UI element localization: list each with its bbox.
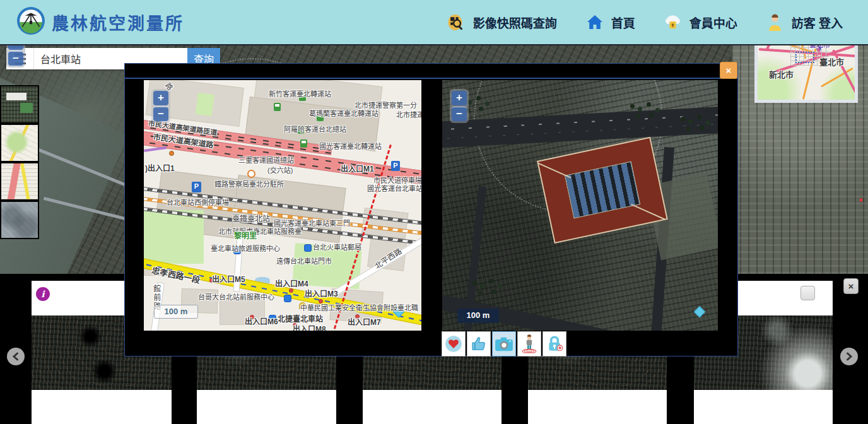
map-poi-label: 台北車站西側停車場 <box>167 199 229 207</box>
user-icon <box>766 13 784 31</box>
basemap-thumb-street-light[interactable] <box>0 124 39 162</box>
nav-label: 首頁 <box>611 14 635 31</box>
zoom-in-button[interactable]: + <box>153 91 168 105</box>
lock-add-button[interactable] <box>542 331 566 356</box>
map-poi-label: 台哥大台北站前服務中心 <box>198 293 274 302</box>
nav-guest-login[interactable]: 訪客 登入 <box>766 13 843 31</box>
map-poi-label: 出入口M7 <box>348 319 381 327</box>
qr-search-icon <box>448 13 466 31</box>
zoom-out-button[interactable]: − <box>8 51 23 66</box>
map-poi-label: 中華民國工業安全衛生協會附設臺北職 <box>300 304 418 312</box>
map-poi-label: 三重客運國道總站 <box>238 156 294 165</box>
carousel-prev-button[interactable] <box>7 348 25 365</box>
cloud-lock-icon <box>664 13 682 31</box>
map-poi-label: 遠傳台北車站門市 <box>276 257 332 266</box>
map-poi-label: 出入口M4 <box>275 280 308 289</box>
basemap-thumb-satellite[interactable] <box>0 85 39 124</box>
nav-member-center[interactable]: 會員中心 <box>664 13 737 31</box>
map-poi-label: 北市捷運 <box>396 111 421 119</box>
nav-label: 會員中心 <box>689 14 737 31</box>
map-shape <box>319 299 323 303</box>
map-poi-label: 出入口M8 <box>293 326 326 331</box>
minimap-label: 臺北市 <box>819 56 844 68</box>
zoom-out-button[interactable]: − <box>452 107 467 121</box>
map-shape <box>681 117 685 121</box>
map-poi-label: 新竹客運臺北轉運站 <box>269 90 331 98</box>
map-shape <box>284 295 291 302</box>
map-poi-label: 國光客運臺北車站東三門 <box>274 220 350 228</box>
map-poi-label: 臺鐵臺北站 <box>232 215 270 224</box>
map-poi-label: 北市捷運警察第一分 <box>355 102 417 110</box>
map-shape <box>144 146 167 152</box>
map-poi-label: 北捷臺北車站 <box>278 315 323 324</box>
brand-logo-icon <box>16 6 45 38</box>
aerial-map-scale: 100 m <box>457 309 499 323</box>
street-map-zoom-control: +− <box>151 89 170 123</box>
carousel-close-button[interactable]: × <box>843 278 859 294</box>
map-shape <box>472 281 477 285</box>
map-shape <box>144 210 204 264</box>
map-shape: P <box>391 161 400 171</box>
map-shape <box>304 244 312 252</box>
map-poi-label: 出入口M3 <box>305 290 338 299</box>
basemap-selector <box>0 85 40 239</box>
brand[interactable]: 農林航空測量所 <box>16 6 184 38</box>
map-shape <box>247 170 255 178</box>
map-poi-label: 臺北車站旅遊服務中心 <box>211 245 280 253</box>
map-shape <box>169 151 174 156</box>
dialog-close-button[interactable]: × <box>720 62 737 79</box>
map-poi-label: 北市就服處臺北車站服務臺 <box>218 228 302 236</box>
map-shape <box>300 139 307 148</box>
basemap-thumb-street-red-road[interactable] <box>0 162 39 201</box>
header: 農林航空測量所 影像快照碼查詢首頁會員中心訪客 登入 <box>0 0 868 45</box>
map-shape <box>694 306 705 317</box>
like-button[interactable] <box>467 331 491 356</box>
map-poi-label: 國光客運臺北轉運站 <box>319 143 382 151</box>
aerial-map-panel[interactable]: +− 100 m <box>442 80 718 331</box>
nav-label: 影像快照碼查詢 <box>473 14 557 31</box>
basemap-thumb-terrain-gray[interactable] <box>0 201 39 239</box>
dialog-action-bar <box>442 331 568 356</box>
map-poi-label: 出入口M6 <box>245 318 278 327</box>
map-poi-label: 出入口M1 <box>341 165 374 174</box>
map-poi-label: (交六站) <box>267 167 293 175</box>
snapshot-dialog: × +− 100 m PP路新竹客運臺北轉運站北市捷運警察第一分葛瑪蘭客運臺北轉… <box>124 63 738 356</box>
map-poi-label: 台北火車站郵局 <box>313 244 361 252</box>
nav-snapshot-query[interactable]: 影像快照碼查詢 <box>448 13 557 31</box>
nav-label: 訪客 登入 <box>792 14 843 31</box>
street-map-scale: 100 m <box>154 305 198 319</box>
map-shape <box>289 288 293 293</box>
person-locator-button[interactable] <box>517 331 541 356</box>
zoom-out-button[interactable]: − <box>153 107 168 121</box>
main-nav: 影像快照碼查詢首頁會員中心訪客 登入 <box>419 13 843 31</box>
nav-home[interactable]: 首頁 <box>586 13 635 31</box>
map-shape <box>859 198 863 202</box>
map-poi-label: 國光客運台北車站 <box>367 185 421 193</box>
map-poi-label: 市民大道停車場 <box>373 177 421 185</box>
carousel-next-button[interactable] <box>840 348 858 365</box>
brand-title: 農林航空測量所 <box>52 10 184 35</box>
favorite-button[interactable] <box>442 331 466 356</box>
info-icon[interactable]: i <box>36 287 50 301</box>
map-poi-label: )出入口1 <box>145 165 175 174</box>
zoom-in-button[interactable]: + <box>452 91 467 105</box>
map-shape <box>274 103 281 111</box>
map-shape <box>630 104 635 109</box>
map-poi-label: 阿羅哈客運台北總站 <box>284 126 346 134</box>
minimap-label: 新北市 <box>769 68 794 80</box>
map-poi-label: 葛瑪蘭客運臺北轉運站 <box>309 110 378 118</box>
map-shape <box>196 93 214 116</box>
home-icon <box>586 13 604 31</box>
map-poi-label: 黎明里 <box>234 232 257 241</box>
map-shape <box>795 52 814 63</box>
aerial-map-zoom-control: +− <box>450 89 469 123</box>
dialog-titlebar <box>125 64 737 79</box>
snapshot-button[interactable] <box>492 331 516 356</box>
app-root: 農林航空測量所 影像快照碼查詢首頁會員中心訪客 登入 查詢 + − 臺北市臺北市… <box>0 0 868 424</box>
map-shape: P <box>192 182 201 192</box>
street-map-panel[interactable]: +− 100 m PP路新竹客運臺北轉運站北市捷運警察第一分葛瑪蘭客運臺北轉運站… <box>144 80 421 331</box>
map-poi-label: 出入口M5 <box>212 276 245 285</box>
select-checkbox[interactable] <box>801 286 815 300</box>
map-poi-label: 鐵路警察局臺北分駐所 <box>214 180 284 189</box>
